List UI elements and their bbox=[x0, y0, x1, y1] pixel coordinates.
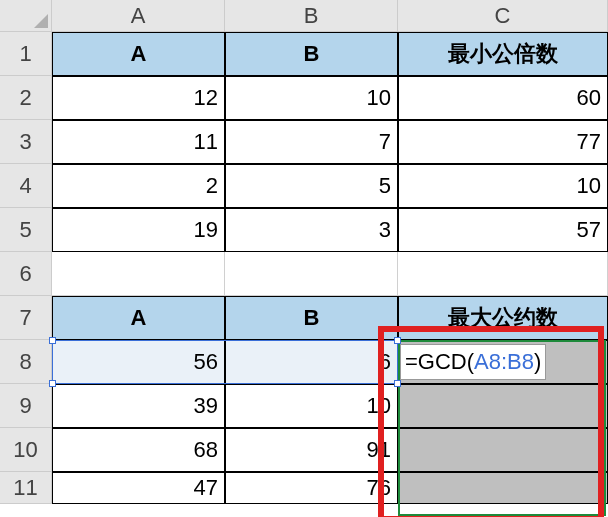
row-header-4[interactable]: 4 bbox=[0, 164, 52, 208]
cell-A10[interactable]: 68 bbox=[52, 428, 225, 472]
cell-A11[interactable]: 47 bbox=[52, 472, 225, 504]
cell-B3[interactable]: 7 bbox=[225, 120, 398, 164]
cell-B11[interactable]: 76 bbox=[225, 472, 398, 504]
cell-A3[interactable]: 11 bbox=[52, 120, 225, 164]
formula-text-prefix: =GCD( bbox=[405, 349, 474, 375]
cell-C7[interactable]: 最大公约数 bbox=[398, 296, 608, 340]
row-header-10[interactable]: 10 bbox=[0, 428, 52, 472]
row-header-5[interactable]: 5 bbox=[0, 208, 52, 252]
col-header-B[interactable]: B bbox=[225, 0, 398, 32]
row-header-6[interactable]: 6 bbox=[0, 252, 52, 296]
cell-A1[interactable]: A bbox=[52, 32, 225, 76]
cell-A7[interactable]: A bbox=[52, 296, 225, 340]
cell-A9[interactable]: 39 bbox=[52, 384, 225, 428]
row-header-9[interactable]: 9 bbox=[0, 384, 52, 428]
cell-B4[interactable]: 5 bbox=[225, 164, 398, 208]
cell-C2[interactable]: 60 bbox=[398, 76, 608, 120]
row-header-7[interactable]: 7 bbox=[0, 296, 52, 340]
cell-C4[interactable]: 10 bbox=[398, 164, 608, 208]
col-header-A[interactable]: A bbox=[52, 0, 225, 32]
cell-A2[interactable]: 12 bbox=[52, 76, 225, 120]
cell-B2[interactable]: 10 bbox=[225, 76, 398, 120]
formula-text-suffix: ) bbox=[534, 349, 541, 375]
formula-edit-box[interactable]: =GCD(A8:B8) bbox=[400, 344, 546, 380]
cell-B9[interactable]: 10 bbox=[225, 384, 398, 428]
cell-B5[interactable]: 3 bbox=[225, 208, 398, 252]
cell-A8[interactable]: 56 bbox=[52, 340, 225, 384]
row-header-8[interactable]: 8 bbox=[0, 340, 52, 384]
row-header-1[interactable]: 1 bbox=[0, 32, 52, 76]
formula-text-ref: A8:B8 bbox=[474, 349, 534, 375]
cell-B7[interactable]: B bbox=[225, 296, 398, 340]
cell-C3[interactable]: 77 bbox=[398, 120, 608, 164]
cell-C1[interactable]: 最小公倍数 bbox=[398, 32, 608, 76]
cell-C11[interactable] bbox=[398, 472, 608, 504]
spreadsheet-grid[interactable]: A B C 1 A B 最小公倍数 2 12 10 60 3 11 7 77 4… bbox=[0, 0, 608, 504]
row-header-2[interactable]: 2 bbox=[0, 76, 52, 120]
row-header-11[interactable]: 11 bbox=[0, 472, 52, 504]
cell-C10[interactable] bbox=[398, 428, 608, 472]
cell-B10[interactable]: 91 bbox=[225, 428, 398, 472]
cell-B1[interactable]: B bbox=[225, 32, 398, 76]
cell-A6[interactable] bbox=[52, 252, 225, 296]
cell-C5[interactable]: 57 bbox=[398, 208, 608, 252]
cell-C9[interactable] bbox=[398, 384, 608, 428]
col-header-C[interactable]: C bbox=[398, 0, 608, 32]
cell-A5[interactable]: 19 bbox=[52, 208, 225, 252]
cell-B6[interactable] bbox=[225, 252, 398, 296]
row-header-3[interactable]: 3 bbox=[0, 120, 52, 164]
cell-A4[interactable]: 2 bbox=[52, 164, 225, 208]
select-all-corner[interactable] bbox=[0, 0, 52, 32]
cell-B8[interactable]: 6 bbox=[225, 340, 398, 384]
cell-C6[interactable] bbox=[398, 252, 608, 296]
